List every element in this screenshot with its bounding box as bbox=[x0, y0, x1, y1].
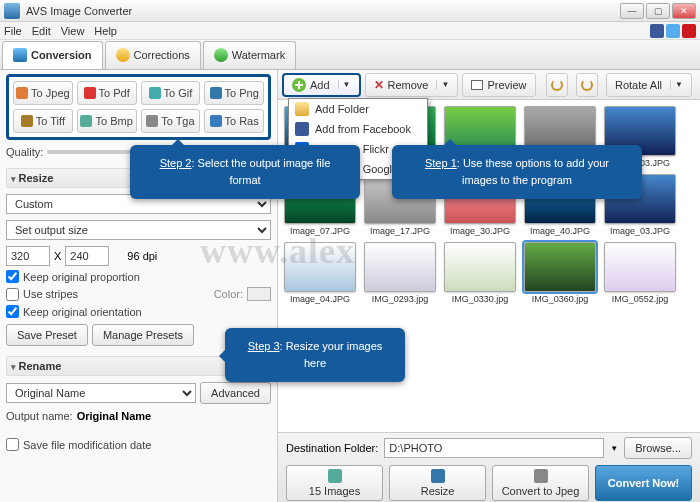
ras-icon bbox=[210, 115, 222, 127]
thumbnail-item[interactable]: IMG_0293.jpg bbox=[362, 242, 438, 304]
thumbnail-image bbox=[284, 242, 356, 292]
width-input[interactable] bbox=[6, 246, 50, 266]
thumbnail-caption: Image_03.JPG bbox=[610, 226, 670, 236]
facebook-icon bbox=[295, 122, 309, 136]
destination-label: Destination Folder: bbox=[286, 442, 378, 454]
preview-button[interactable]: Preview bbox=[462, 73, 535, 97]
callout-step2: Step 2: Select the output image file for… bbox=[130, 145, 360, 199]
menu-file[interactable]: File bbox=[4, 25, 22, 37]
rename-advanced-button[interactable]: Advanced bbox=[200, 382, 271, 404]
corrections-icon bbox=[116, 48, 130, 62]
add-facebook-item[interactable]: Add from Facebook bbox=[289, 119, 427, 139]
minimize-button[interactable]: — bbox=[620, 3, 644, 19]
thumbnail-caption: IMG_0330.jpg bbox=[452, 294, 509, 304]
rotate-left-icon bbox=[551, 79, 563, 91]
add-folder-item[interactable]: Add Folder bbox=[289, 99, 427, 119]
thumbnail-item[interactable]: IMG_0360.jpg bbox=[522, 242, 598, 304]
thumbnail-caption: IMG_0360.jpg bbox=[532, 294, 589, 304]
tab-watermark[interactable]: Watermark bbox=[203, 41, 296, 69]
add-button[interactable]: Add▼ bbox=[282, 73, 361, 97]
rename-preset-select[interactable]: Original Name bbox=[6, 383, 196, 403]
output-name-value: Original Name bbox=[77, 410, 152, 422]
manage-presets-button[interactable]: Manage Presets bbox=[92, 324, 194, 346]
rotate-right-icon bbox=[581, 79, 593, 91]
menu-edit[interactable]: Edit bbox=[32, 25, 51, 37]
thumbnail-item[interactable]: Image_04.JPG bbox=[282, 242, 358, 304]
thumbnail-caption: Image_07.JPG bbox=[290, 226, 350, 236]
tiff-icon bbox=[21, 115, 33, 127]
convert-summary-button[interactable]: Convert to Jpeg bbox=[492, 465, 589, 501]
facebook-icon[interactable] bbox=[650, 24, 664, 38]
quality-label: Quality: bbox=[6, 146, 43, 158]
dpi-label: 96 dpi bbox=[127, 250, 157, 262]
thumbnail-caption: Image_30.JPG bbox=[450, 226, 510, 236]
to-gif-button[interactable]: To Gif bbox=[141, 81, 201, 105]
gif-icon bbox=[149, 87, 161, 99]
height-input[interactable] bbox=[65, 246, 109, 266]
menu-help[interactable]: Help bbox=[94, 25, 117, 37]
rotate-all-button[interactable]: Rotate All▼ bbox=[606, 73, 692, 97]
convert-icon bbox=[534, 469, 548, 483]
thumbnail-caption: Image_17.JPG bbox=[370, 226, 430, 236]
to-bmp-button[interactable]: To Bmp bbox=[77, 109, 137, 133]
folder-icon bbox=[295, 102, 309, 116]
save-preset-button[interactable]: Save Preset bbox=[6, 324, 88, 346]
keep-proportion-checkbox[interactable]: Keep original proportion bbox=[6, 270, 271, 283]
watermark-icon bbox=[214, 48, 228, 62]
window-title: AVS Image Converter bbox=[26, 5, 618, 17]
save-modification-date-checkbox[interactable]: Save file modification date bbox=[6, 438, 271, 451]
bmp-icon bbox=[80, 115, 92, 127]
color-label: Color: bbox=[214, 288, 243, 300]
thumbnail-item[interactable]: IMG_0330.jpg bbox=[442, 242, 518, 304]
to-tiff-button[interactable]: To Tiff bbox=[13, 109, 73, 133]
youtube-icon[interactable] bbox=[682, 24, 696, 38]
to-jpeg-button[interactable]: To Jpeg bbox=[13, 81, 73, 105]
use-stripes-checkbox[interactable]: Use stripes bbox=[6, 288, 78, 301]
convert-now-button[interactable]: Convert Now! bbox=[595, 465, 692, 501]
close-button[interactable]: ✕ bbox=[672, 3, 696, 19]
maximize-button[interactable]: ▢ bbox=[646, 3, 670, 19]
output-size-mode[interactable]: Set output size bbox=[6, 220, 271, 240]
images-icon bbox=[328, 469, 342, 483]
chevron-down-icon[interactable]: ▼ bbox=[338, 80, 351, 89]
thumbnail-caption: Image_04.JPG bbox=[290, 294, 350, 304]
keep-orientation-checkbox[interactable]: Keep original orientation bbox=[6, 305, 271, 318]
rotate-left-button[interactable] bbox=[546, 73, 568, 97]
destination-dropdown[interactable]: ▼ bbox=[610, 444, 618, 453]
callout-step3: Step 3: Resize your images here bbox=[225, 328, 405, 382]
app-icon bbox=[4, 3, 20, 19]
thumbnail-caption: Image_40.JPG bbox=[530, 226, 590, 236]
pdf-icon bbox=[84, 87, 96, 99]
x-icon: ✕ bbox=[374, 78, 384, 92]
thumbnail-image bbox=[524, 242, 596, 292]
to-tga-button[interactable]: To Tga bbox=[141, 109, 201, 133]
callout-step1: Step 1: Use these options to add your im… bbox=[392, 145, 642, 199]
thumbnail-caption: IMG_0293.jpg bbox=[372, 294, 429, 304]
tab-corrections[interactable]: Corrections bbox=[105, 41, 201, 69]
png-icon bbox=[210, 87, 222, 99]
thumbnail-image bbox=[364, 242, 436, 292]
format-grid: To Jpeg To Pdf To Gif To Png To Tiff To … bbox=[6, 74, 271, 140]
rotate-right-button[interactable] bbox=[576, 73, 598, 97]
preview-icon bbox=[471, 80, 483, 90]
tab-conversion[interactable]: Conversion bbox=[2, 41, 103, 69]
conversion-icon bbox=[13, 48, 27, 62]
destination-input[interactable] bbox=[384, 438, 604, 458]
menu-view[interactable]: View bbox=[61, 25, 85, 37]
dim-x: X bbox=[54, 250, 61, 262]
thumbnail-caption: IMG_0552.jpg bbox=[612, 294, 669, 304]
to-png-button[interactable]: To Png bbox=[204, 81, 264, 105]
resize-summary-button[interactable]: Resize bbox=[389, 465, 486, 501]
to-ras-button[interactable]: To Ras bbox=[204, 109, 264, 133]
remove-button[interactable]: ✕Remove▼ bbox=[365, 73, 459, 97]
jpeg-icon bbox=[16, 87, 28, 99]
to-pdf-button[interactable]: To Pdf bbox=[77, 81, 137, 105]
browse-button[interactable]: Browse... bbox=[624, 437, 692, 459]
twitter-icon[interactable] bbox=[666, 24, 680, 38]
stripe-color-picker[interactable] bbox=[247, 287, 271, 301]
tga-icon bbox=[146, 115, 158, 127]
thumbnail-image bbox=[604, 242, 676, 292]
images-count-button[interactable]: 15 Images bbox=[286, 465, 383, 501]
thumbnail-item[interactable]: IMG_0552.jpg bbox=[602, 242, 678, 304]
resize-icon bbox=[431, 469, 445, 483]
